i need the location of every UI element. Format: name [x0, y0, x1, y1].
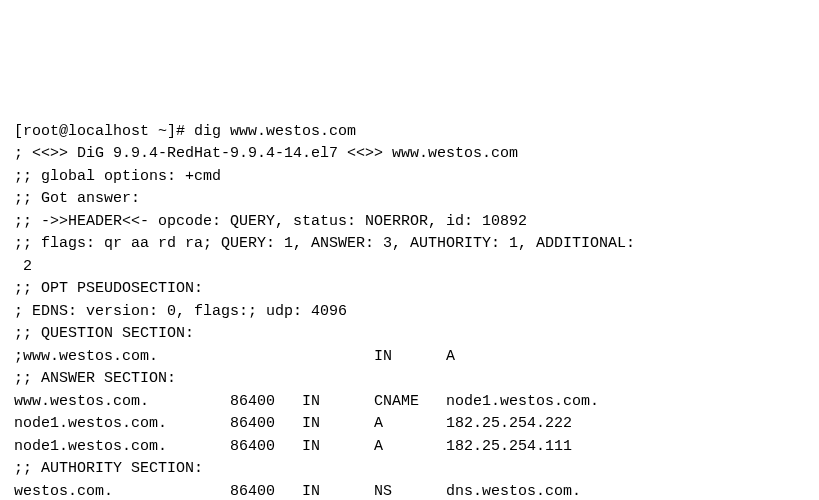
answer-row-1: www.westos.com. 86400 IN CNAME node1.wes…: [14, 393, 599, 410]
opt-pseudosection-header: ;; OPT PSEUDOSECTION:: [14, 280, 203, 297]
terminal-output: [root@localhost ~]# dig www.westos.com ;…: [14, 98, 805, 500]
header-opcode-line: ;; ->>HEADER<<- opcode: QUERY, status: N…: [14, 213, 527, 230]
authority-section-header: ;; AUTHORITY SECTION:: [14, 460, 203, 477]
edns-line: ; EDNS: version: 0, flags:; udp: 4096: [14, 303, 347, 320]
global-options-line: ;; global options: +cmd: [14, 168, 221, 185]
flags-line-2: 2: [14, 258, 32, 275]
shell-prompt: [root@localhost ~]#: [14, 123, 194, 140]
command-line: [root@localhost ~]# dig www.westos.com: [14, 123, 356, 140]
authority-row: westos.com. 86400 IN NS dns.westos.com.: [14, 483, 581, 500]
got-answer-line: ;; Got answer:: [14, 190, 140, 207]
answer-section-header: ;; ANSWER SECTION:: [14, 370, 176, 387]
question-section-header: ;; QUESTION SECTION:: [14, 325, 194, 342]
dig-command: dig www.westos.com: [194, 123, 356, 140]
flags-line-1: ;; flags: qr aa rd ra; QUERY: 1, ANSWER:…: [14, 235, 635, 252]
question-row: ;www.westos.com. IN A: [14, 348, 455, 365]
dig-version-line: ; <<>> DiG 9.9.4-RedHat-9.9.4-14.el7 <<>…: [14, 145, 518, 162]
answer-row-2: node1.westos.com. 86400 IN A 182.25.254.…: [14, 415, 572, 432]
answer-row-3: node1.westos.com. 86400 IN A 182.25.254.…: [14, 438, 572, 455]
